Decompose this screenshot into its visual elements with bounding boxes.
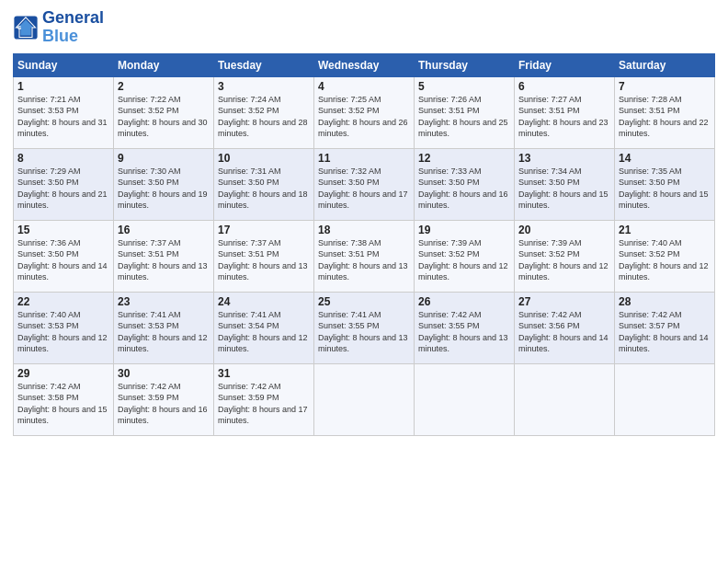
weekday-header: Thursday — [415, 53, 515, 76]
cell-content: Sunrise: 7:37 AM Sunset: 3:51 PM Dayligh… — [118, 237, 210, 283]
logo: G GeneralBlue — [13, 9, 104, 46]
calendar-cell: 9 Sunrise: 7:30 AM Sunset: 3:50 PM Dayli… — [114, 148, 214, 220]
calendar-cell: 8 Sunrise: 7:29 AM Sunset: 3:50 PM Dayli… — [14, 148, 114, 220]
day-number: 20 — [518, 224, 610, 236]
cell-content: Sunrise: 7:35 AM Sunset: 3:50 PM Dayligh… — [619, 166, 711, 212]
day-number: 12 — [418, 152, 510, 165]
cell-content: Sunrise: 7:29 AM Sunset: 3:50 PM Dayligh… — [17, 166, 109, 212]
cell-content: Sunrise: 7:39 AM Sunset: 3:52 PM Dayligh… — [518, 237, 610, 283]
calendar-table: SundayMondayTuesdayWednesdayThursdayFrid… — [13, 53, 715, 436]
cell-content: Sunrise: 7:41 AM Sunset: 3:54 PM Dayligh… — [218, 309, 310, 355]
calendar-cell — [515, 363, 615, 435]
day-number: 1 — [17, 80, 109, 93]
cell-content: Sunrise: 7:42 AM Sunset: 3:59 PM Dayligh… — [218, 381, 310, 427]
cell-content: Sunrise: 7:21 AM Sunset: 3:53 PM Dayligh… — [17, 94, 109, 140]
cell-content: Sunrise: 7:28 AM Sunset: 3:51 PM Dayligh… — [619, 94, 711, 140]
day-number: 17 — [218, 224, 310, 236]
cell-content: Sunrise: 7:31 AM Sunset: 3:50 PM Dayligh… — [218, 166, 310, 212]
calendar-cell: 22 Sunrise: 7:40 AM Sunset: 3:53 PM Dayl… — [14, 292, 114, 363]
calendar-cell: 4 Sunrise: 7:25 AM Sunset: 3:52 PM Dayli… — [314, 76, 415, 148]
day-number: 2 — [118, 80, 210, 93]
cell-content: Sunrise: 7:42 AM Sunset: 3:59 PM Dayligh… — [118, 381, 210, 427]
cell-content: Sunrise: 7:27 AM Sunset: 3:51 PM Dayligh… — [518, 94, 610, 140]
cell-content: Sunrise: 7:40 AM Sunset: 3:53 PM Dayligh… — [17, 309, 109, 355]
cell-content: Sunrise: 7:42 AM Sunset: 3:55 PM Dayligh… — [418, 309, 510, 355]
calendar-cell — [615, 363, 715, 435]
calendar-cell: 26 Sunrise: 7:42 AM Sunset: 3:55 PM Dayl… — [415, 292, 515, 363]
day-number: 31 — [218, 367, 310, 380]
cell-content: Sunrise: 7:42 AM Sunset: 3:58 PM Dayligh… — [17, 381, 109, 427]
cell-content: Sunrise: 7:34 AM Sunset: 3:50 PM Dayligh… — [518, 166, 610, 212]
calendar-cell — [314, 363, 415, 435]
calendar-cell: 13 Sunrise: 7:34 AM Sunset: 3:50 PM Dayl… — [515, 148, 615, 220]
weekday-header: Monday — [114, 53, 214, 76]
day-number: 10 — [218, 152, 310, 165]
day-number: 16 — [118, 224, 210, 236]
calendar-cell: 31 Sunrise: 7:42 AM Sunset: 3:59 PM Dayl… — [214, 363, 314, 435]
calendar-cell: 7 Sunrise: 7:28 AM Sunset: 3:51 PM Dayli… — [615, 76, 715, 148]
day-number: 13 — [518, 152, 610, 165]
day-number: 28 — [619, 295, 711, 308]
day-number: 24 — [218, 295, 310, 308]
cell-content: Sunrise: 7:33 AM Sunset: 3:50 PM Dayligh… — [418, 166, 510, 212]
weekday-header: Saturday — [615, 53, 715, 76]
calendar-cell: 29 Sunrise: 7:42 AM Sunset: 3:58 PM Dayl… — [14, 363, 114, 435]
day-number: 3 — [218, 80, 310, 93]
day-number: 4 — [318, 80, 410, 93]
day-number: 30 — [118, 367, 210, 380]
day-number: 19 — [418, 224, 510, 236]
cell-content: Sunrise: 7:30 AM Sunset: 3:50 PM Dayligh… — [118, 166, 210, 212]
calendar-cell: 27 Sunrise: 7:42 AM Sunset: 3:56 PM Dayl… — [515, 292, 615, 363]
cell-content: Sunrise: 7:42 AM Sunset: 3:56 PM Dayligh… — [518, 309, 610, 355]
calendar-cell: 6 Sunrise: 7:27 AM Sunset: 3:51 PM Dayli… — [515, 76, 615, 148]
day-number: 6 — [518, 80, 610, 93]
calendar-cell: 12 Sunrise: 7:33 AM Sunset: 3:50 PM Dayl… — [415, 148, 515, 220]
day-number: 8 — [17, 152, 109, 165]
cell-content: Sunrise: 7:40 AM Sunset: 3:52 PM Dayligh… — [619, 237, 711, 283]
calendar-cell: 17 Sunrise: 7:37 AM Sunset: 3:51 PM Dayl… — [214, 220, 314, 292]
cell-content: Sunrise: 7:41 AM Sunset: 3:53 PM Dayligh… — [118, 309, 210, 355]
day-number: 7 — [619, 80, 711, 93]
cell-content: Sunrise: 7:37 AM Sunset: 3:51 PM Dayligh… — [218, 237, 310, 283]
cell-content: Sunrise: 7:42 AM Sunset: 3:57 PM Dayligh… — [619, 309, 711, 355]
cell-content: Sunrise: 7:41 AM Sunset: 3:55 PM Dayligh… — [318, 309, 410, 355]
day-number: 5 — [418, 80, 510, 93]
calendar-cell: 28 Sunrise: 7:42 AM Sunset: 3:57 PM Dayl… — [615, 292, 715, 363]
calendar-cell: 23 Sunrise: 7:41 AM Sunset: 3:53 PM Dayl… — [114, 292, 214, 363]
calendar-cell: 5 Sunrise: 7:26 AM Sunset: 3:51 PM Dayli… — [415, 76, 515, 148]
calendar-cell: 2 Sunrise: 7:22 AM Sunset: 3:52 PM Dayli… — [114, 76, 214, 148]
day-number: 26 — [418, 295, 510, 308]
day-number: 22 — [17, 295, 109, 308]
cell-content: Sunrise: 7:22 AM Sunset: 3:52 PM Dayligh… — [118, 94, 210, 140]
calendar-cell: 14 Sunrise: 7:35 AM Sunset: 3:50 PM Dayl… — [615, 148, 715, 220]
day-number: 27 — [518, 295, 610, 308]
logo-icon: G — [13, 15, 39, 40]
calendar-cell: 3 Sunrise: 7:24 AM Sunset: 3:52 PM Dayli… — [214, 76, 314, 148]
day-number: 21 — [619, 224, 711, 236]
calendar-cell: 30 Sunrise: 7:42 AM Sunset: 3:59 PM Dayl… — [114, 363, 214, 435]
calendar-cell: 16 Sunrise: 7:37 AM Sunset: 3:51 PM Dayl… — [114, 220, 214, 292]
logo-text: GeneralBlue — [42, 9, 104, 46]
calendar-cell: 21 Sunrise: 7:40 AM Sunset: 3:52 PM Dayl… — [615, 220, 715, 292]
calendar-cell: 20 Sunrise: 7:39 AM Sunset: 3:52 PM Dayl… — [515, 220, 615, 292]
day-number: 18 — [318, 224, 410, 236]
calendar-cell: 18 Sunrise: 7:38 AM Sunset: 3:51 PM Dayl… — [314, 220, 415, 292]
calendar-cell: 10 Sunrise: 7:31 AM Sunset: 3:50 PM Dayl… — [214, 148, 314, 220]
day-number: 23 — [118, 295, 210, 308]
header: G GeneralBlue — [13, 9, 715, 46]
weekday-header: Wednesday — [314, 53, 415, 76]
day-number: 9 — [118, 152, 210, 165]
calendar-cell: 15 Sunrise: 7:36 AM Sunset: 3:50 PM Dayl… — [14, 220, 114, 292]
weekday-header: Sunday — [14, 53, 114, 76]
calendar-cell: 11 Sunrise: 7:32 AM Sunset: 3:50 PM Dayl… — [314, 148, 415, 220]
cell-content: Sunrise: 7:26 AM Sunset: 3:51 PM Dayligh… — [418, 94, 510, 140]
weekday-header: Tuesday — [214, 53, 314, 76]
svg-text:G: G — [17, 25, 21, 30]
cell-content: Sunrise: 7:38 AM Sunset: 3:51 PM Dayligh… — [318, 237, 410, 283]
calendar-cell — [415, 363, 515, 435]
day-number: 11 — [318, 152, 410, 165]
day-number: 29 — [17, 367, 109, 380]
cell-content: Sunrise: 7:36 AM Sunset: 3:50 PM Dayligh… — [17, 237, 109, 283]
day-number: 15 — [17, 224, 109, 236]
cell-content: Sunrise: 7:39 AM Sunset: 3:52 PM Dayligh… — [418, 237, 510, 283]
